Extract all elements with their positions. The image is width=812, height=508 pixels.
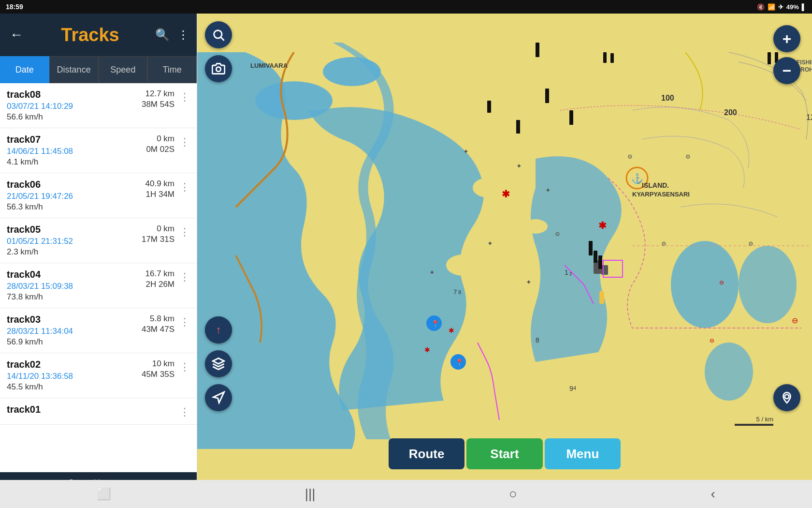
svg-point-3 <box>473 178 502 197</box>
svg-text:✱: ✱ <box>449 327 454 334</box>
svg-text:✦: ✦ <box>463 148 469 155</box>
tab-distance[interactable]: Distance <box>49 56 99 83</box>
left-panel: ← Tracks 🔍 ⋮ Date Distance Speed Time <box>0 14 197 493</box>
track-more-button[interactable]: ⋮ <box>174 179 190 194</box>
zoom-in-button[interactable]: + <box>773 25 800 52</box>
track-more-button[interactable]: ⋮ <box>174 404 190 418</box>
map-area[interactable]: ✱ ✱ ✱ ✱ ⊖ ⊖ ⊖ ⚓ ✦ ✦ ✦ ✦ ✦ ✦ ⚙ ⚙ ⚙ ⚙ ⚙ <box>197 14 812 493</box>
svg-marker-71 <box>214 392 224 403</box>
mute-icon: 🔇 <box>757 3 765 11</box>
svg-text:9: 9 <box>569 385 573 392</box>
track-more-button[interactable]: ⋮ <box>174 89 190 104</box>
svg-text:100: 100 <box>661 94 674 102</box>
map-svg: ✱ ✱ ✱ ✱ ⊖ ⊖ ⊖ ⚓ ✦ ✦ ✦ ✦ ✦ ✦ ⚙ ⚙ ⚙ ⚙ ⚙ <box>197 14 812 493</box>
svg-text:⚙: ⚙ <box>661 240 667 247</box>
track-more-button[interactable]: ⋮ <box>174 224 190 239</box>
header-actions: 🔍 ⋮ <box>155 28 189 42</box>
user-location-button[interactable] <box>773 384 800 411</box>
compass-icon: ↑ <box>205 316 232 344</box>
svg-text:⚙: ⚙ <box>748 240 754 247</box>
svg-line-68 <box>221 37 224 40</box>
svg-text:📍: 📍 <box>455 359 464 367</box>
svg-rect-41 <box>603 52 607 63</box>
svg-point-6 <box>671 241 739 328</box>
list-item[interactable]: track03 28/03/21 11:34:04 56.9 km/h 5.8 … <box>0 308 197 353</box>
svg-text:KYARPYASENSARI: KYARPYASENSARI <box>632 191 690 198</box>
main-container: ← Tracks 🔍 ⋮ Date Distance Speed Time <box>0 14 812 493</box>
track-more-button[interactable]: ⋮ <box>174 134 190 149</box>
svg-marker-70 <box>213 358 224 364</box>
svg-text:121: 121 <box>806 113 812 121</box>
airplane-icon: ✈ <box>778 3 783 11</box>
svg-text:₂: ₂ <box>569 269 572 276</box>
tab-time[interactable]: Time <box>147 56 197 83</box>
scale-line <box>735 424 773 426</box>
svg-rect-37 <box>594 251 597 263</box>
svg-text:ISLAND.: ISLAND. <box>642 181 669 189</box>
map-compass-button[interactable]: ↑ <box>205 316 232 344</box>
map-camera-button[interactable] <box>205 55 232 82</box>
svg-text:200: 200 <box>724 108 737 117</box>
map-search-button[interactable] <box>205 21 232 48</box>
svg-rect-35 <box>569 110 573 125</box>
svg-text:✱: ✱ <box>502 189 510 199</box>
tab-date[interactable]: Date <box>0 56 49 83</box>
svg-text:7: 7 <box>453 288 457 296</box>
search-icon[interactable]: 🔍 <box>155 28 170 42</box>
svg-text:⚙: ⚙ <box>555 231 560 238</box>
start-button[interactable]: Start <box>466 438 542 469</box>
app-header: ← Tracks 🔍 ⋮ <box>0 14 197 56</box>
svg-text:✦: ✦ <box>526 278 532 286</box>
scale-bar: 5 / km <box>735 416 773 426</box>
svg-rect-39 <box>768 52 771 64</box>
svg-text:4: 4 <box>573 385 576 391</box>
svg-rect-32 <box>545 89 549 103</box>
svg-point-69 <box>216 67 220 72</box>
back-button[interactable]: ← <box>8 25 25 45</box>
track-list: track08 03/07/21 14:10:29 56.6 km/h 12.7… <box>0 83 197 472</box>
zoom-out-button[interactable]: − <box>773 57 800 84</box>
wifi-icon: 📶 <box>768 3 775 11</box>
svg-rect-36 <box>589 241 593 255</box>
svg-text:⊖: ⊖ <box>792 316 798 325</box>
track-more-button[interactable]: ⋮ <box>174 314 190 329</box>
map-layers-button[interactable] <box>205 350 232 377</box>
list-item[interactable]: track02 14/11/20 13:36:58 45.5 km/h 10 k… <box>0 353 197 398</box>
svg-text:1: 1 <box>565 269 568 276</box>
svg-text:⊖: ⊖ <box>710 337 714 344</box>
svg-point-8 <box>705 343 753 401</box>
svg-text:⊖: ⊖ <box>719 279 724 286</box>
list-item[interactable]: track08 03/07/21 14:10:29 56.6 km/h 12.7… <box>0 83 197 128</box>
more-icon[interactable]: ⋮ <box>177 28 189 42</box>
svg-text:✦: ✦ <box>487 239 493 247</box>
bottom-actions: Route Start Menu <box>389 438 621 469</box>
nav-recent-icon[interactable]: ⬜ <box>97 487 111 501</box>
route-button[interactable]: Route <box>389 438 464 469</box>
nav-bar: ⬜ ||| ○ ‹ <box>0 480 812 508</box>
svg-rect-33 <box>487 101 491 113</box>
svg-text:8: 8 <box>458 289 461 295</box>
list-item[interactable]: track01 ⋮ <box>0 398 197 425</box>
list-item[interactable]: track07 14/06/21 11:45:08 4.1 km/h 0 km … <box>0 128 197 173</box>
svg-point-5 <box>446 254 480 276</box>
list-item[interactable]: track05 01/05/21 21:31:52 2.3 km/h 0 km … <box>0 218 197 263</box>
svg-point-4 <box>523 219 548 234</box>
track-more-button[interactable]: ⋮ <box>174 359 190 374</box>
nav-home-icon[interactable]: ||| <box>305 486 316 502</box>
tab-speed[interactable]: Speed <box>99 56 148 83</box>
svg-text:✱: ✱ <box>598 220 607 231</box>
menu-button[interactable]: Menu <box>545 438 621 469</box>
filter-tabs: Date Distance Speed Time <box>0 56 197 83</box>
svg-text:⚙: ⚙ <box>627 153 633 160</box>
svg-text:✦: ✦ <box>516 162 522 170</box>
nav-forward-icon[interactable]: ‹ <box>710 486 715 502</box>
track-more-button[interactable]: ⋮ <box>174 269 190 284</box>
status-time: 18:59 <box>6 3 23 11</box>
list-item[interactable]: track04 28/03/21 15:09:38 73.8 km/h 16.7… <box>0 263 197 308</box>
list-item[interactable]: track06 21/05/21 19:47:26 56.3 km/h 40.9… <box>0 173 197 218</box>
map-navigate-button[interactable] <box>205 384 232 411</box>
nav-back-icon[interactable]: ○ <box>509 486 517 502</box>
svg-point-72 <box>785 395 789 399</box>
svg-rect-34 <box>516 120 520 134</box>
svg-point-67 <box>214 30 222 38</box>
